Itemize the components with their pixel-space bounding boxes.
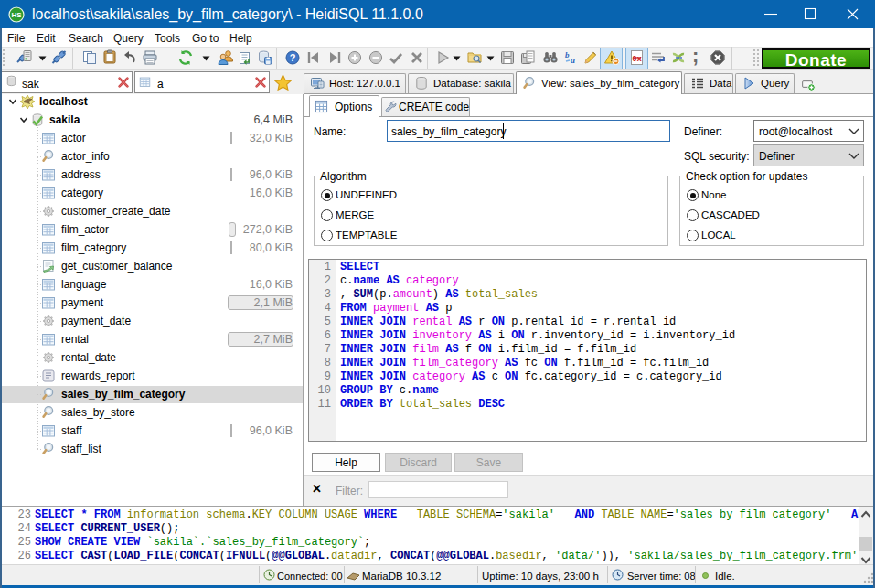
svg-text:b: b [565,50,570,59]
svg-text:0x: 0x [632,55,642,64]
svg-text:HS: HS [11,11,22,19]
svg-text:?: ? [290,52,296,63]
svg-text:a: a [571,55,575,65]
